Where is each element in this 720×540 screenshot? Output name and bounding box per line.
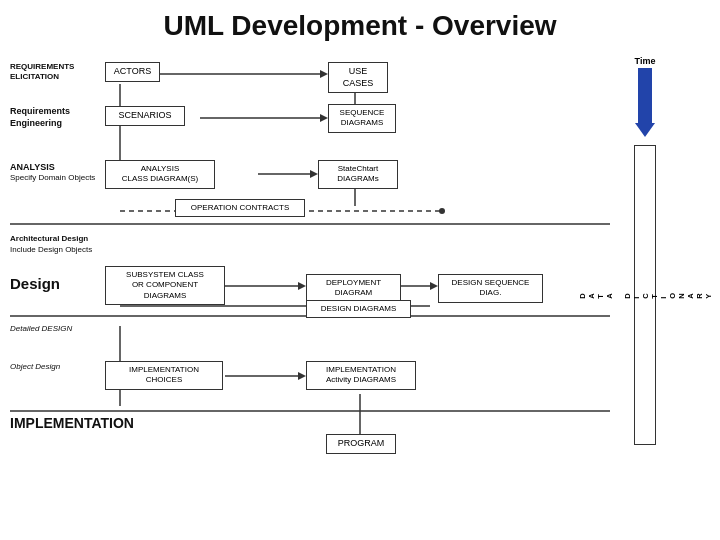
specify-domain-objects-label: Specify Domain Objects [10,173,95,183]
data-dictionary-box: DATADICTIONARY [634,145,656,445]
detailed-design-label: Detailed DESIGN [10,324,72,334]
actors-box: ACTORS [105,62,160,82]
design-large-label: Design [10,274,60,294]
program-box: PROGRAM [326,434,396,454]
design-diagrams-box: DESIGN DIAGRAMS [306,300,411,318]
time-arrow [635,68,655,137]
statechart-diagrams-box: StateChtartDIAGRAMs [318,160,398,189]
deployment-diagram-box: DEPLOYMENT DIAGRAM [306,274,401,303]
svg-marker-20 [298,372,306,380]
requirements-elicitation-label: REQUIREMENTS ELICITATION [10,62,105,83]
use-cases-box: USE CASES [328,62,388,93]
sequence-diagrams-box: SEQUENCEDIAGRAMS [328,104,396,133]
implementation-activity-box: IMPLEMENTATIONActivity DIAGRAMS [306,361,416,390]
page: UML Development - Overview [0,0,720,540]
page-title: UML Development - Overview [10,10,710,42]
svg-marker-13 [298,282,306,290]
implementation-large-label: IMPLEMENTATION [10,414,134,432]
time-label: Time [635,56,656,66]
diagram-area: REQUIREMENTS ELICITATION ACTORS USE CASE… [10,56,630,506]
analysis-label: ANALYSIS [10,162,55,174]
svg-point-9 [439,208,445,214]
data-dictionary-label: DATADICTIONARY [578,291,713,299]
object-design-label: Object Design [10,362,60,372]
operation-contracts-box: OPERATION CONTRACTS [175,199,305,217]
svg-marker-1 [320,70,328,78]
svg-marker-7 [310,170,318,178]
scenarios-box: SCENARIOS [105,106,185,126]
implementation-choices-box: IMPLEMENTATIONCHOICES [105,361,223,390]
include-design-objects-label: Include Design Objects [10,245,92,255]
requirements-engineering-label: Requirements Engineering [10,106,105,129]
svg-marker-3 [320,114,328,122]
architectural-design-label: Architectural Design [10,234,88,244]
time-section: Time [635,56,656,137]
analysis-class-diagram-box: ANALYSISCLASS DIAGRAM(S) [105,160,215,189]
design-sequence-diag-box: DESIGN SEQUENCE DIAG. [438,274,543,303]
subsystem-class-box: SUBSYSTEM CLASSOR COMPONENTDIAGRAMS [105,266,225,305]
svg-marker-15 [430,282,438,290]
